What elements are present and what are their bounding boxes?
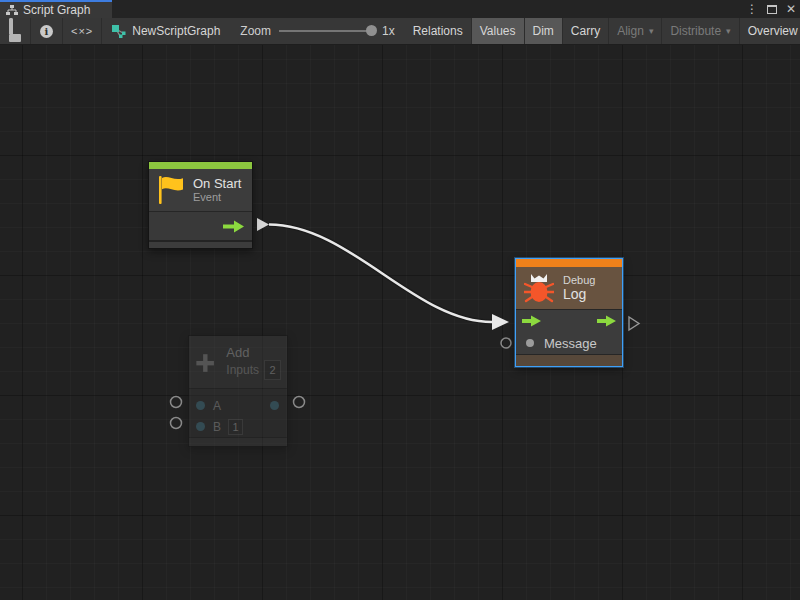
zoom-control: Zoom 1x <box>230 18 404 44</box>
script-graph-icon <box>112 25 126 38</box>
node-footer <box>189 437 287 446</box>
input-b-label: B <box>213 420 221 434</box>
input-b-port-dot[interactable] <box>196 422 205 431</box>
node-on-start[interactable]: On Start Event <box>148 161 253 249</box>
wire-arrowhead-icon <box>492 314 509 330</box>
values-toggle[interactable]: Values <box>472 18 525 44</box>
wire-onstart-to-log[interactable] <box>269 225 492 323</box>
node-add-ghost[interactable]: Add Inputs 2 A B 1 <box>188 335 288 447</box>
wire-shadow <box>269 225 492 323</box>
debug-bug-icon <box>524 273 554 303</box>
node-footer <box>149 240 252 248</box>
distribute-dropdown[interactable]: Distribute ▾ <box>662 18 739 44</box>
zoom-slider[interactable] <box>279 30 374 32</box>
add-output-connector-circle[interactable] <box>294 397 305 408</box>
graph-name: NewScriptGraph <box>132 24 220 38</box>
flow-output-port-triangle[interactable] <box>257 218 269 231</box>
input-b-value-field[interactable]: 1 <box>228 419 243 435</box>
node-subtitle: Inputs <box>226 364 259 377</box>
graph-toolbar: i <×> NewScriptGraph Zoom 1x Relations V… <box>0 18 800 45</box>
zoom-slider-thumb[interactable] <box>366 25 377 36</box>
graph-reference[interactable]: NewScriptGraph <box>102 18 230 44</box>
flag-icon <box>157 175 184 205</box>
info-button[interactable]: i <box>31 18 63 44</box>
chevron-down-icon: ▾ <box>649 26 654 36</box>
info-icon: i <box>40 25 53 38</box>
node-title: Log <box>563 287 595 302</box>
input-a-port-dot[interactable] <box>196 401 205 410</box>
message-port-dot[interactable] <box>526 339 534 347</box>
event-accent-bar <box>149 162 252 169</box>
node-title: Add <box>226 345 281 360</box>
zoom-value: 1x <box>382 24 395 38</box>
flow-output-arrow-icon[interactable] <box>223 220 244 233</box>
align-dropdown[interactable]: Align ▾ <box>609 18 662 44</box>
message-port-label: Message <box>544 336 597 351</box>
plus-icon <box>195 348 215 378</box>
zoom-label: Zoom <box>240 24 271 38</box>
input-count-field[interactable]: 2 <box>264 360 281 380</box>
carry-toggle[interactable]: Carry <box>563 18 609 44</box>
wire-layer <box>0 45 800 600</box>
add-input-a-connector-circle[interactable] <box>171 397 182 408</box>
tab-title: Script Graph <box>23 3 90 17</box>
title-bar: Script Graph ⋮ ✕ <box>0 0 800 18</box>
output-port-dot[interactable] <box>270 401 279 410</box>
node-footer <box>516 354 622 366</box>
debug-accent-bar <box>516 259 622 267</box>
graph-canvas[interactable]: On Start Event Debug L <box>0 45 800 600</box>
overview-button[interactable]: Overview <box>740 18 800 44</box>
chevron-down-icon: ▾ <box>726 26 731 36</box>
flow-output-arrow-icon[interactable] <box>597 315 616 327</box>
lock-icon <box>9 20 21 42</box>
add-input-b-connector-circle[interactable] <box>171 418 182 429</box>
graph-hierarchy-icon <box>6 5 18 16</box>
lock-button[interactable] <box>0 18 31 44</box>
node-debug-log[interactable]: Debug Log Message <box>515 258 623 367</box>
flow-input-arrow-icon[interactable] <box>522 315 541 327</box>
menu-icon[interactable]: ⋮ <box>746 0 758 18</box>
edit-code-button[interactable]: <×> <box>63 18 102 44</box>
node-subtitle: Event <box>193 191 241 204</box>
relations-toggle[interactable]: Relations <box>405 18 472 44</box>
code-icon: <×> <box>71 25 93 37</box>
close-icon[interactable]: ✕ <box>786 0 796 18</box>
message-input-connector-circle[interactable] <box>501 338 511 348</box>
input-a-label: A <box>213 399 221 413</box>
tab-script-graph[interactable]: Script Graph <box>0 0 112 18</box>
flow-output-connector-triangle[interactable] <box>629 317 639 330</box>
maximize-icon[interactable] <box>767 5 777 14</box>
node-title: On Start <box>193 176 241 191</box>
dim-toggle[interactable]: Dim <box>525 18 563 44</box>
